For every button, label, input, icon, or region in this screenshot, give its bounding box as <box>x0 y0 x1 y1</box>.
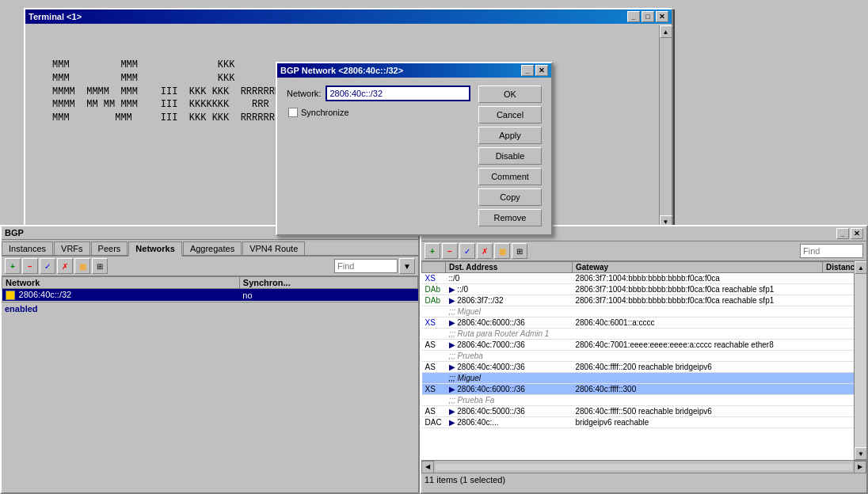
ipv6-add-btn[interactable]: + <box>424 243 440 259</box>
hscroll-track[interactable] <box>436 464 852 470</box>
cell-type: DAC <box>422 417 446 428</box>
cell-comment: ;;; Prueba Fa <box>446 395 866 406</box>
bgp-dialog: BGP Network <2806:40c::/32> _ ✕ Network:… <box>276 62 553 236</box>
scroll-up-arrow[interactable]: ▲ <box>660 25 672 38</box>
table-row[interactable]: DAC ▶ 2806:40c:... bridgeipv6 reachable <box>422 417 866 428</box>
ipv6-x-btn[interactable]: ✗ <box>477 243 493 259</box>
filter-btn[interactable]: ⊞ <box>92 258 108 274</box>
selected-table-row[interactable]: XS ▶ 2806:40c:6000::/36 2806:40c:ffff::3… <box>422 384 866 395</box>
ipv6-scroll-up[interactable]: ▲ <box>855 261 866 274</box>
remove-button[interactable]: Remove <box>478 209 542 226</box>
cell-network: 2806:40c::/32 <box>2 289 240 302</box>
ipv6-folder-btn[interactable]: ▦ <box>494 243 510 259</box>
ipv6-status: 11 items (1 selected) <box>421 473 866 486</box>
cell-type: XS <box>422 273 446 284</box>
ipv6-scroll-down[interactable]: ▼ <box>855 447 866 460</box>
cell-dst: ▶ 2806:40c:4000::/36 <box>446 362 573 373</box>
table-row[interactable]: AS ▶ 2806:40c:4000::/36 2806:40c:ffff::2… <box>422 362 866 373</box>
network-icon <box>6 291 15 300</box>
ok-button[interactable]: OK <box>478 86 542 103</box>
dialog-body: Network: Synchronize OK Cancel Apply Dis… <box>277 78 551 234</box>
dialog-titlebar: BGP Network <2806:40c::/32> _ ✕ <box>277 63 551 78</box>
cancel-button[interactable]: Cancel <box>478 106 542 124</box>
table-row[interactable]: AS ▶ 2806:40c:7000::/36 2806:40c:7001:ee… <box>422 340 866 351</box>
tab-vrfs[interactable]: VRFs <box>54 241 90 255</box>
apply-button[interactable]: Apply <box>478 127 542 144</box>
dialog-titlebar-buttons: _ ✕ <box>521 65 548 76</box>
tab-peers[interactable]: Peers <box>91 241 128 255</box>
find-dropdown-btn[interactable]: ▼ <box>399 258 415 274</box>
ipv6-panel: IPv6 Route List _ ✕ + − ✓ ✗ ▦ ⊞ Dst. Add… <box>420 225 868 494</box>
sync-checkbox[interactable] <box>288 108 298 117</box>
cell-gateway: bridgeipv6 reachable <box>573 417 823 428</box>
tab-vpn4-route[interactable]: VPN4 Route <box>242 241 305 255</box>
table-row[interactable]: XS ▶ 2806:40c:6000::/36 2806:40c:6001::a… <box>422 317 866 329</box>
ipv6-check-btn[interactable]: ✓ <box>459 243 475 259</box>
remove-btn[interactable]: − <box>22 258 38 274</box>
table-row[interactable]: 2806:40c::/32 no <box>2 289 418 302</box>
ipv6-find-input[interactable] <box>800 244 863 258</box>
ipv6-minimize-btn[interactable]: _ <box>836 228 849 239</box>
terminal-scrollbar[interactable]: ▲ ▼ <box>659 25 672 228</box>
x-btn[interactable]: ✗ <box>57 258 73 274</box>
disable-button[interactable]: Disable <box>478 147 542 165</box>
cell-dst: ▶ 2806:40c:6000::/36 <box>446 384 573 395</box>
hscroll-right-arrow[interactable]: ▶ <box>854 461 866 473</box>
cell-type: AS <box>422 340 446 351</box>
cell-dst: ▶ 2806:40c:... <box>446 417 573 428</box>
ipv6-close-btn[interactable]: ✕ <box>851 228 863 239</box>
add-btn[interactable]: + <box>5 258 21 274</box>
ipv6-status-text: 11 items (1 selected) <box>424 475 505 484</box>
dialog-right: OK Cancel Apply Disable Comment Copy Rem… <box>478 86 542 226</box>
check-btn[interactable]: ✓ <box>40 258 55 274</box>
table-row[interactable]: XS ::/0 2806:3f7:1004:bbbb:bbbb:bbbb:f0c… <box>422 273 866 284</box>
terminal-titlebar: Terminal <1> _ □ ✕ <box>25 10 672 24</box>
ipv6-vscroll[interactable]: ▲ ▼ <box>854 261 866 460</box>
ipv6-remove-btn[interactable]: − <box>442 243 458 259</box>
col-synchronize: Synchron... <box>239 277 417 289</box>
col-type <box>422 262 446 273</box>
cell-dst: ▶ 2806:40c:6000::/36 <box>446 317 573 329</box>
tab-bar: Instances VRFs Peers Networks Aggregates… <box>2 240 418 256</box>
cell-dst: ::/0 <box>446 273 573 284</box>
dialog-close-btn[interactable]: ✕ <box>535 65 548 76</box>
table-row[interactable]: AS ▶ 2806:40c:5000::/36 2806:40c:ffff::5… <box>422 406 866 417</box>
hscroll-left-arrow[interactable]: ◀ <box>421 461 434 473</box>
cell-type <box>422 351 446 362</box>
bgp-toolbar: + − ✓ ✗ ▦ ⊞ ▼ <box>2 256 418 276</box>
dialog-minimize-btn[interactable]: _ <box>521 65 534 76</box>
network-label: Network: <box>287 89 321 98</box>
tab-aggregates[interactable]: Aggregates <box>183 241 242 255</box>
tab-instances[interactable]: Instances <box>2 241 53 255</box>
comment-button[interactable]: Comment <box>478 168 542 185</box>
cell-gateway: 2806:3f7:1004:bbbb:bbbb:bbbb:f0ca:f0ca r… <box>573 284 823 295</box>
terminal-close-btn[interactable]: ✕ <box>656 11 668 22</box>
bgp-find-input[interactable] <box>334 259 398 273</box>
ipv6-filter-btn[interactable]: ⊞ <box>512 243 527 259</box>
terminal-minimize-btn[interactable]: _ <box>627 11 640 22</box>
cell-gateway: 2806:40c:6001::a:cccc <box>573 317 823 329</box>
table-row[interactable]: DAb ▶ 2806:3f7::/32 2806:3f7:1004:bbbb:b… <box>422 295 866 306</box>
comment-row: ;;; Miguel <box>422 306 866 317</box>
network-row: Network: <box>287 86 470 101</box>
cell-type <box>422 329 446 340</box>
tab-networks[interactable]: Networks <box>128 241 182 256</box>
cell-comment: ;;; Prueba <box>446 351 866 362</box>
cell-type: AS <box>422 406 446 417</box>
col-network: Network <box>2 277 240 289</box>
terminal-maximize-btn[interactable]: □ <box>641 11 654 22</box>
cell-comment: ;;; Miguel <box>446 373 866 384</box>
cell-gateway: 2806:3f7:1004:bbbb:bbbb:bbbb:f0ca:f0ca <box>573 273 823 284</box>
cell-sync: no <box>239 289 417 302</box>
sync-row: Synchronize <box>288 108 470 117</box>
network-input[interactable] <box>326 86 470 101</box>
col-dst: Dst. Address <box>446 262 573 273</box>
table-row[interactable]: DAb ▶ ::/0 2806:3f7:1004:bbbb:bbbb:bbbb:… <box>422 284 866 295</box>
folder-btn[interactable]: ▦ <box>74 258 90 274</box>
copy-button[interactable]: Copy <box>478 188 542 206</box>
cell-comment: ;;; Miguel <box>446 306 866 317</box>
bgp-table: Network Synchron... 2806:40c::/32 no <box>2 276 418 302</box>
ipv6-hscroll[interactable]: ◀ ▶ <box>421 460 866 473</box>
selected-comment-row: ;;; Miguel <box>422 373 866 384</box>
cell-type <box>422 395 446 406</box>
